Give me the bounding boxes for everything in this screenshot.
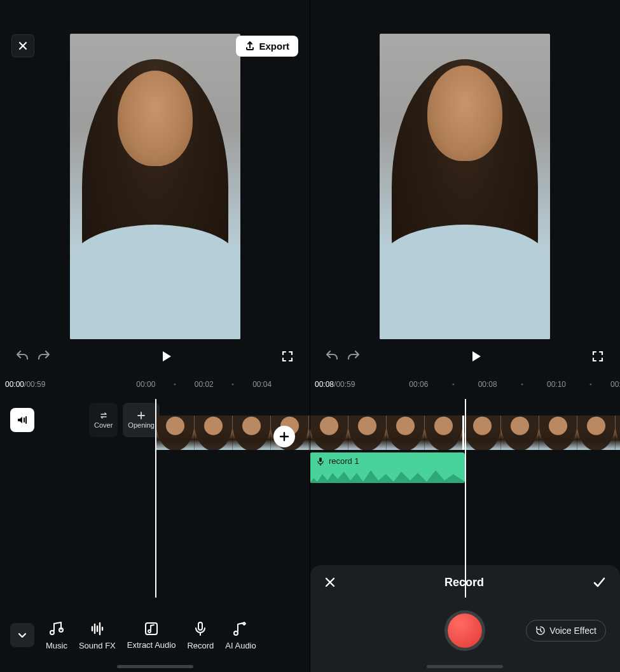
soundfx-icon: [89, 620, 106, 637]
clip-thumb[interactable]: [462, 416, 500, 450]
audio-clip[interactable]: record 1: [310, 452, 465, 483]
swap-icon: [99, 411, 108, 420]
toolbar-ai-audio[interactable]: AI Audio: [225, 620, 256, 650]
toolbar-label: Extract Audio: [127, 641, 176, 650]
clip-thumb[interactable]: [386, 416, 424, 450]
clip-thumb[interactable]: [194, 416, 232, 450]
time-display: 00:00/00:59: [5, 380, 45, 389]
fullscreen-icon: [280, 349, 294, 363]
speaker-icon: [16, 414, 29, 426]
scroll-indicator: [117, 665, 193, 668]
fullscreen-button[interactable]: [277, 346, 298, 367]
fullscreen-button[interactable]: [587, 346, 609, 367]
record-button[interactable]: [448, 613, 482, 648]
opening-chip[interactable]: Opening: [123, 403, 160, 437]
undo-button[interactable]: [321, 346, 343, 367]
toolbar-label: AI Audio: [225, 641, 256, 650]
ruler-tick: 00:02: [195, 380, 214, 389]
redo-icon: [346, 349, 361, 364]
export-label: Export: [259, 41, 289, 52]
playhead[interactable]: [465, 399, 466, 598]
toolbar-music[interactable]: Music: [46, 620, 67, 650]
toolbar-extract-audio[interactable]: Extract Audio: [127, 620, 176, 650]
ruler-tick: 00:04: [252, 380, 272, 389]
clip-thumb[interactable]: [156, 416, 194, 450]
timeline[interactable]: Cover Opening: [0, 394, 310, 598]
time-display: 00:08/00:59: [315, 380, 355, 389]
clip-thumb[interactable]: [232, 416, 270, 450]
music-icon: [48, 620, 65, 637]
export-icon: [245, 41, 255, 51]
ruler-tick: 00:10: [547, 380, 566, 389]
voice-effect-button[interactable]: Voice Effect: [526, 620, 606, 641]
editor-pane-left: Export 00:00/00:59: [0, 0, 310, 672]
ruler-tick: 00:12: [610, 380, 620, 389]
fullscreen-icon: [591, 349, 605, 363]
time-ruler[interactable]: 00:08/00:59 00:06 00:08 00:10 00:12: [310, 375, 620, 394]
cover-chip[interactable]: Cover: [89, 403, 118, 437]
svg-rect-2: [198, 622, 202, 630]
svg-rect-1: [146, 623, 157, 634]
undo-icon: [15, 349, 30, 364]
clip-thumb[interactable]: [539, 416, 577, 450]
playhead[interactable]: [155, 399, 156, 598]
undo-icon: [324, 349, 340, 364]
toolbar-label: Sound FX: [79, 641, 116, 650]
check-icon: [592, 575, 606, 589]
record-confirm-button[interactable]: [592, 575, 606, 589]
toolbar-record[interactable]: Record: [187, 620, 214, 650]
mic-icon: [316, 457, 325, 466]
undo-button[interactable]: [11, 346, 33, 367]
play-button[interactable]: [155, 346, 177, 367]
plus-icon: [137, 411, 146, 420]
mic-icon: [192, 620, 209, 637]
clip-thumb[interactable]: [577, 416, 615, 450]
clip-thumb[interactable]: [500, 416, 539, 450]
waveform-icon: [310, 469, 465, 483]
record-panel-title: Record: [444, 576, 484, 589]
clip-thumb[interactable]: [424, 416, 462, 450]
cover-label: Cover: [94, 421, 113, 429]
redo-button[interactable]: [33, 346, 55, 367]
ai-audio-icon: [233, 620, 249, 637]
close-icon: [324, 576, 336, 589]
collapse-toolbar-button[interactable]: [10, 623, 34, 647]
chevron-down-icon: [17, 629, 28, 641]
redo-button[interactable]: [343, 346, 364, 367]
ruler-tick: 00:00: [136, 380, 155, 389]
toolbar-label: Music: [46, 641, 67, 650]
ruler-tick: 00:08: [478, 380, 497, 389]
audio-toolbar: Music Sound FX Extract Audio Record AI A…: [0, 598, 310, 672]
extract-audio-icon: [143, 620, 160, 637]
close-button[interactable]: [11, 34, 34, 57]
record-close-button[interactable]: [324, 576, 336, 589]
mute-button[interactable]: [10, 408, 34, 432]
toolbar-soundfx[interactable]: Sound FX: [79, 620, 116, 650]
editor-pane-right: 00:08/00:59 00:06 00:08 00:10 00:12: [310, 0, 620, 672]
scroll-indicator: [427, 665, 503, 668]
audio-clip-label: record 1: [329, 456, 359, 466]
opening-label: Opening: [128, 421, 155, 429]
redo-icon: [36, 349, 52, 364]
plus-icon: [279, 431, 290, 442]
voice-effect-label: Voice Effect: [549, 626, 596, 636]
add-media-button[interactable]: [273, 426, 295, 447]
video-preview[interactable]: [70, 34, 240, 339]
history-icon: [535, 626, 546, 636]
video-preview[interactable]: [380, 34, 550, 339]
ruler-tick: 00:06: [409, 380, 428, 389]
clip-thumb[interactable]: [615, 416, 620, 450]
clip-thumb[interactable]: [310, 416, 348, 450]
export-button[interactable]: Export: [236, 36, 298, 57]
close-icon: [18, 41, 28, 51]
time-ruler[interactable]: 00:00/00:59 00:00 00:02 00:04: [0, 375, 310, 394]
svg-rect-3: [319, 458, 322, 462]
play-icon: [159, 349, 173, 363]
clip-thumb[interactable]: [348, 416, 386, 450]
pane-divider: [310, 0, 310, 672]
play-button[interactable]: [465, 346, 486, 367]
play-icon: [469, 349, 483, 363]
toolbar-label: Record: [187, 641, 214, 650]
